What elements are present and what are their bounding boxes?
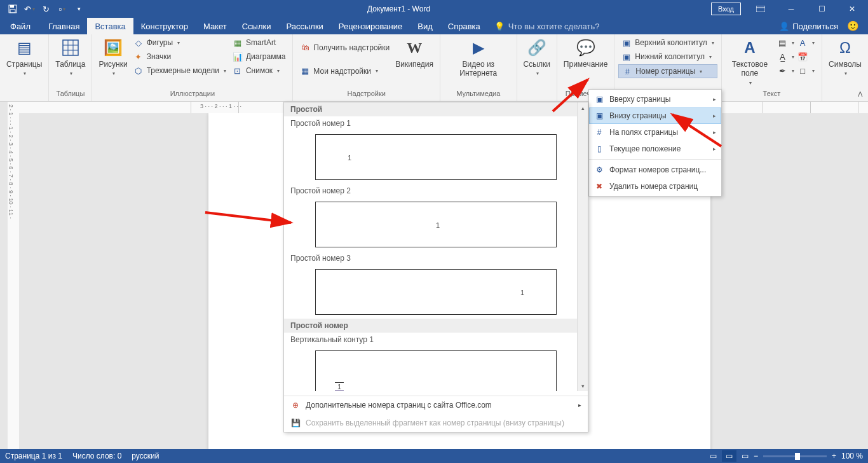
quickparts-button[interactable]: ▤▾ A▾ [774, 36, 818, 49]
status-language[interactable]: русский [132, 452, 159, 460]
tab-mailings[interactable]: Рассылки [278, 18, 330, 34]
tab-design[interactable]: Конструктор [133, 18, 196, 34]
online-video-button[interactable]: ▶Видео из Интернета [444, 36, 513, 79]
tab-references[interactable]: Ссылки [234, 18, 279, 34]
menu-top-of-page[interactable]: ▣Вверху страницы▸ [589, 91, 721, 107]
omega-icon: Ω [835, 38, 855, 58]
vertical-ruler[interactable]: 2 · 1 · · · 1 · 2 · 3 · 4 · 5 · 6 · 7 · … [8, 102, 19, 449]
gallery-item-4-label: Вертикальный контур 1 [284, 333, 588, 347]
comment-button[interactable]: 💬Примечание [561, 36, 610, 70]
zoom-level[interactable]: 100 % [841, 452, 863, 460]
wordart-icon: A [797, 38, 808, 48]
footer-button[interactable]: ▣Нижний колонтитул▾ [618, 50, 717, 63]
tell-me-search[interactable]: 💡Что вы хотите сделать? [488, 18, 606, 34]
svg-rect-3 [756, 6, 765, 12]
maximize-button[interactable]: ☐ [807, 0, 836, 18]
scroll-down-button[interactable]: ▾ [578, 380, 588, 391]
status-page[interactable]: Страница 1 из 1 [5, 452, 62, 460]
signin-button[interactable]: Вход [711, 3, 741, 15]
wikipedia-button[interactable]: WВикипедия [393, 36, 436, 70]
tab-view[interactable]: Вид [410, 18, 440, 34]
get-addins-button[interactable]: 🛍Получить надстройки [297, 41, 393, 54]
tab-review[interactable]: Рецензирование [331, 18, 410, 34]
links-button[interactable]: 🔗Ссылки▾ [521, 36, 553, 78]
scroll-up-button[interactable]: ▴ [578, 102, 588, 113]
group-media: Мультимедиа [444, 90, 513, 101]
gallery-more-office[interactable]: ⊕Дополнительные номера страниц с сайта O… [284, 396, 588, 414]
dropcap-button[interactable]: A̲▾ 📅 [774, 50, 818, 63]
icons-button[interactable]: ✦Значки [130, 50, 229, 63]
qat-customize[interactable]: ▾ [71, 1, 86, 17]
redo-button[interactable]: ↻ [38, 1, 53, 17]
object-icon: □ [797, 66, 808, 76]
page-number-menu: ▣Вверху страницы▸ ▣Внизу страницы▸ #На п… [588, 89, 722, 197]
svg-rect-5 [63, 40, 78, 55]
menu-format-numbers[interactable]: ⚙Формат номеров страниц... [589, 162, 721, 178]
group-pages [4, 90, 44, 101]
wikipedia-icon: W [404, 38, 424, 58]
page-number-button[interactable]: #Номер страницы▾ [618, 64, 717, 78]
view-web-button[interactable]: ▭ [742, 452, 749, 460]
store-icon: 🛍 [300, 43, 310, 53]
page-margin-icon: # [594, 127, 604, 137]
menu-bottom-of-page[interactable]: ▣Внизу страницы▸ [589, 107, 721, 124]
cursor-icon: ▯ [594, 144, 604, 154]
menu-current-position[interactable]: ▯Текущее положение▸ [589, 141, 721, 157]
undo-button[interactable]: ↶▾ [22, 1, 37, 17]
gallery-item-2[interactable] [315, 202, 557, 247]
chart-button[interactable]: 📊Диаграмма [229, 50, 288, 63]
new-doc-button[interactable]: ▫▾ [55, 1, 70, 17]
group-addins: Надстройки [297, 90, 436, 101]
zoom-slider[interactable] [763, 455, 827, 457]
header-button[interactable]: ▣Верхний колонтитул▾ [618, 36, 717, 49]
lightbulb-icon: 💡 [494, 22, 505, 31]
screenshot-icon: ⊡ [233, 66, 243, 76]
gallery-item-1-label: Простой номер 1 [284, 116, 588, 130]
minimize-button[interactable]: ─ [776, 0, 806, 18]
tab-help[interactable]: Справка [440, 18, 488, 34]
table-icon [60, 38, 81, 58]
status-wordcount[interactable]: Число слов: 0 [72, 452, 121, 460]
video-icon: ▶ [468, 38, 489, 58]
share-button[interactable]: 👤Поделиться [779, 22, 838, 31]
zoom-out-button[interactable]: − [754, 452, 758, 460]
save-button[interactable] [5, 1, 20, 17]
tab-layout[interactable]: Макет [196, 18, 234, 34]
view-print-button[interactable]: ▭ [722, 450, 736, 462]
gallery-item-3[interactable] [315, 269, 557, 315]
smiley-icon[interactable]: 🙂 [847, 20, 859, 32]
zoom-in-button[interactable]: + [832, 452, 836, 460]
gallery-item-1[interactable] [315, 134, 557, 180]
table-button[interactable]: Таблица▾ [53, 36, 88, 78]
pagenumber-icon: # [622, 66, 632, 76]
menu-page-margins[interactable]: #На полях страницы▸ [589, 124, 721, 141]
close-button[interactable]: ✕ [837, 0, 867, 18]
gallery-item-4[interactable]: 1 [315, 350, 557, 391]
date-icon: 📅 [797, 52, 808, 62]
textbox-button[interactable]: AТекстовое поле▾ [726, 36, 774, 87]
pages-button[interactable]: ▤Страницы▾ [4, 36, 44, 78]
3dmodels-button[interactable]: ⬡Трехмерные модели▾ [130, 64, 229, 77]
smartart-button[interactable]: ▦SmartArt [229, 36, 288, 49]
tab-insert[interactable]: Вставка [87, 18, 133, 34]
save-selection-icon: 💾 [290, 418, 301, 428]
group-tables: Таблицы [53, 90, 88, 101]
signature-button[interactable]: ✒▾ □▾ [774, 64, 818, 77]
tab-file[interactable]: Файл [0, 18, 41, 34]
ribbon-display-button[interactable] [746, 0, 775, 18]
cube-icon: ⬡ [133, 66, 144, 76]
tab-home[interactable]: Главная [41, 18, 87, 34]
symbols-button[interactable]: ΩСимволы▾ [826, 36, 864, 78]
view-read-button[interactable]: ▭ [710, 452, 717, 460]
screenshot-button[interactable]: ⊡Снимок▾ [229, 64, 288, 77]
shapes-button[interactable]: ◇Фигуры▾ [130, 36, 229, 49]
office-icon: ⊕ [290, 400, 301, 410]
my-addins-button[interactable]: ▦Мои надстройки▾ [297, 65, 393, 78]
shapes-icon: ◇ [133, 38, 144, 48]
menu-remove-numbers[interactable]: ✖Удалить номера страниц [589, 178, 721, 195]
gallery-scrollbar[interactable]: ▴ ▾ [577, 102, 588, 391]
pictures-button[interactable]: 🖼️Рисунки▾ [96, 36, 130, 78]
gallery-item-3-label: Простой номер 3 [284, 251, 588, 265]
collapse-ribbon[interactable]: ᐱ [858, 90, 863, 99]
group-links [521, 90, 553, 101]
